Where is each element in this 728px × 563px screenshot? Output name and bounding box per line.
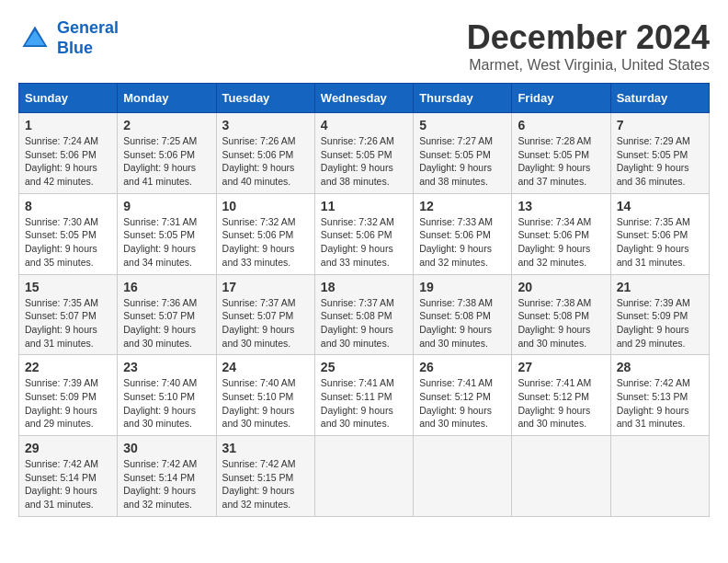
calendar-cell [512, 436, 610, 517]
day-number: 9 [123, 199, 210, 213]
column-header-saturday: Saturday [610, 84, 709, 113]
calendar-cell: 12Sunrise: 7:33 AMSunset: 5:06 PMDayligh… [414, 193, 512, 274]
calendar-cell: 23Sunrise: 7:40 AMSunset: 5:10 PMDayligh… [118, 355, 216, 436]
day-number: 4 [321, 118, 407, 132]
page-header: General Blue December 2024 Marmet, West … [18, 18, 710, 74]
column-header-friday: Friday [512, 84, 610, 113]
calendar-cell: 29Sunrise: 7:42 AMSunset: 5:14 PMDayligh… [19, 436, 118, 517]
logo-text: General Blue [57, 18, 119, 58]
day-detail: Sunrise: 7:31 AMSunset: 5:05 PMDaylight:… [123, 215, 210, 270]
day-detail: Sunrise: 7:39 AMSunset: 5:09 PMDaylight:… [617, 296, 703, 350]
day-number: 10 [222, 199, 309, 213]
day-number: 12 [419, 199, 506, 213]
day-number: 22 [25, 360, 111, 374]
day-detail: Sunrise: 7:42 AMSunset: 5:15 PMDaylight:… [222, 457, 309, 511]
day-detail: Sunrise: 7:41 AMSunset: 5:11 PMDaylight:… [321, 376, 407, 431]
day-number: 18 [321, 280, 407, 294]
day-detail: Sunrise: 7:35 AMSunset: 5:06 PMDaylight:… [617, 215, 703, 270]
day-detail: Sunrise: 7:38 AMSunset: 5:08 PMDaylight:… [518, 296, 604, 350]
calendar-cell: 28Sunrise: 7:42 AMSunset: 5:13 PMDayligh… [610, 355, 709, 436]
day-number: 28 [617, 360, 703, 374]
title-area: December 2024 Marmet, West Virginia, Uni… [467, 18, 710, 74]
calendar-week-1: 1Sunrise: 7:24 AMSunset: 5:06 PMDaylight… [19, 113, 710, 194]
logo-icon [18, 22, 51, 55]
calendar-cell: 3Sunrise: 7:26 AMSunset: 5:06 PMDaylight… [216, 113, 314, 194]
day-number: 23 [123, 360, 210, 374]
calendar-cell: 13Sunrise: 7:34 AMSunset: 5:06 PMDayligh… [512, 193, 610, 274]
day-detail: Sunrise: 7:41 AMSunset: 5:12 PMDaylight:… [419, 376, 506, 431]
column-header-tuesday: Tuesday [216, 84, 314, 113]
column-header-sunday: Sunday [19, 84, 118, 113]
calendar-cell: 2Sunrise: 7:25 AMSunset: 5:06 PMDaylight… [118, 113, 216, 194]
day-number: 13 [518, 199, 604, 213]
day-detail: Sunrise: 7:42 AMSunset: 5:14 PMDaylight:… [123, 457, 210, 511]
calendar-cell: 4Sunrise: 7:26 AMSunset: 5:05 PMDaylight… [314, 113, 413, 194]
day-detail: Sunrise: 7:38 AMSunset: 5:08 PMDaylight:… [419, 296, 506, 350]
day-detail: Sunrise: 7:39 AMSunset: 5:09 PMDaylight:… [25, 376, 111, 431]
calendar-week-3: 15Sunrise: 7:35 AMSunset: 5:07 PMDayligh… [19, 274, 710, 355]
calendar-week-2: 8Sunrise: 7:30 AMSunset: 5:05 PMDaylight… [19, 193, 710, 274]
day-number: 14 [617, 199, 703, 213]
calendar-cell: 9Sunrise: 7:31 AMSunset: 5:05 PMDaylight… [118, 193, 216, 274]
day-number: 1 [25, 118, 111, 132]
day-detail: Sunrise: 7:30 AMSunset: 5:05 PMDaylight:… [25, 215, 111, 270]
day-number: 17 [222, 280, 309, 294]
day-detail: Sunrise: 7:36 AMSunset: 5:07 PMDaylight:… [123, 296, 210, 350]
day-number: 2 [123, 118, 210, 132]
logo: General Blue [18, 18, 119, 58]
calendar-cell: 26Sunrise: 7:41 AMSunset: 5:12 PMDayligh… [414, 355, 512, 436]
calendar-cell: 8Sunrise: 7:30 AMSunset: 5:05 PMDaylight… [19, 193, 118, 274]
day-number: 16 [123, 280, 210, 294]
calendar-cell: 24Sunrise: 7:40 AMSunset: 5:10 PMDayligh… [216, 355, 314, 436]
day-detail: Sunrise: 7:35 AMSunset: 5:07 PMDaylight:… [25, 296, 111, 350]
day-number: 29 [25, 441, 111, 455]
day-number: 6 [518, 118, 604, 132]
calendar-cell: 5Sunrise: 7:27 AMSunset: 5:05 PMDaylight… [414, 113, 512, 194]
day-detail: Sunrise: 7:24 AMSunset: 5:06 PMDaylight:… [25, 134, 111, 189]
calendar-cell: 30Sunrise: 7:42 AMSunset: 5:14 PMDayligh… [118, 436, 216, 517]
calendar-cell: 21Sunrise: 7:39 AMSunset: 5:09 PMDayligh… [610, 274, 709, 355]
calendar-cell: 18Sunrise: 7:37 AMSunset: 5:08 PMDayligh… [314, 274, 413, 355]
day-number: 31 [222, 441, 309, 455]
day-detail: Sunrise: 7:28 AMSunset: 5:05 PMDaylight:… [518, 134, 604, 189]
day-number: 30 [123, 441, 210, 455]
calendar-cell: 14Sunrise: 7:35 AMSunset: 5:06 PMDayligh… [610, 193, 709, 274]
day-detail: Sunrise: 7:42 AMSunset: 5:13 PMDaylight:… [617, 376, 703, 431]
calendar-cell [314, 436, 413, 517]
calendar-cell: 1Sunrise: 7:24 AMSunset: 5:06 PMDaylight… [19, 113, 118, 194]
calendar-cell: 20Sunrise: 7:38 AMSunset: 5:08 PMDayligh… [512, 274, 610, 355]
day-detail: Sunrise: 7:26 AMSunset: 5:05 PMDaylight:… [321, 134, 407, 189]
day-detail: Sunrise: 7:37 AMSunset: 5:08 PMDaylight:… [321, 296, 407, 350]
day-detail: Sunrise: 7:40 AMSunset: 5:10 PMDaylight:… [222, 376, 309, 431]
day-number: 19 [419, 280, 506, 294]
day-detail: Sunrise: 7:29 AMSunset: 5:05 PMDaylight:… [617, 134, 703, 189]
main-title: December 2024 [467, 18, 710, 57]
header-row: SundayMondayTuesdayWednesdayThursdayFrid… [19, 84, 710, 113]
column-header-monday: Monday [118, 84, 216, 113]
calendar-cell: 17Sunrise: 7:37 AMSunset: 5:07 PMDayligh… [216, 274, 314, 355]
calendar-cell: 6Sunrise: 7:28 AMSunset: 5:05 PMDaylight… [512, 113, 610, 194]
calendar-cell: 27Sunrise: 7:41 AMSunset: 5:12 PMDayligh… [512, 355, 610, 436]
logo-line1: General [57, 18, 119, 37]
day-detail: Sunrise: 7:32 AMSunset: 5:06 PMDaylight:… [321, 215, 407, 270]
day-detail: Sunrise: 7:41 AMSunset: 5:12 PMDaylight:… [518, 376, 604, 431]
calendar-cell: 10Sunrise: 7:32 AMSunset: 5:06 PMDayligh… [216, 193, 314, 274]
day-detail: Sunrise: 7:37 AMSunset: 5:07 PMDaylight:… [222, 296, 309, 350]
calendar-cell: 16Sunrise: 7:36 AMSunset: 5:07 PMDayligh… [118, 274, 216, 355]
subtitle: Marmet, West Virginia, United States [467, 57, 710, 74]
day-number: 24 [222, 360, 309, 374]
day-detail: Sunrise: 7:33 AMSunset: 5:06 PMDaylight:… [419, 215, 506, 270]
day-number: 5 [419, 118, 506, 132]
calendar-table: SundayMondayTuesdayWednesdayThursdayFrid… [18, 83, 710, 517]
day-number: 11 [321, 199, 407, 213]
column-header-wednesday: Wednesday [314, 84, 413, 113]
calendar-cell: 31Sunrise: 7:42 AMSunset: 5:15 PMDayligh… [216, 436, 314, 517]
day-number: 8 [25, 199, 111, 213]
day-number: 27 [518, 360, 604, 374]
day-detail: Sunrise: 7:25 AMSunset: 5:06 PMDaylight:… [123, 134, 210, 189]
column-header-thursday: Thursday [414, 84, 512, 113]
day-number: 20 [518, 280, 604, 294]
calendar-cell [414, 436, 512, 517]
day-number: 3 [222, 118, 309, 132]
day-detail: Sunrise: 7:40 AMSunset: 5:10 PMDaylight:… [123, 376, 210, 431]
